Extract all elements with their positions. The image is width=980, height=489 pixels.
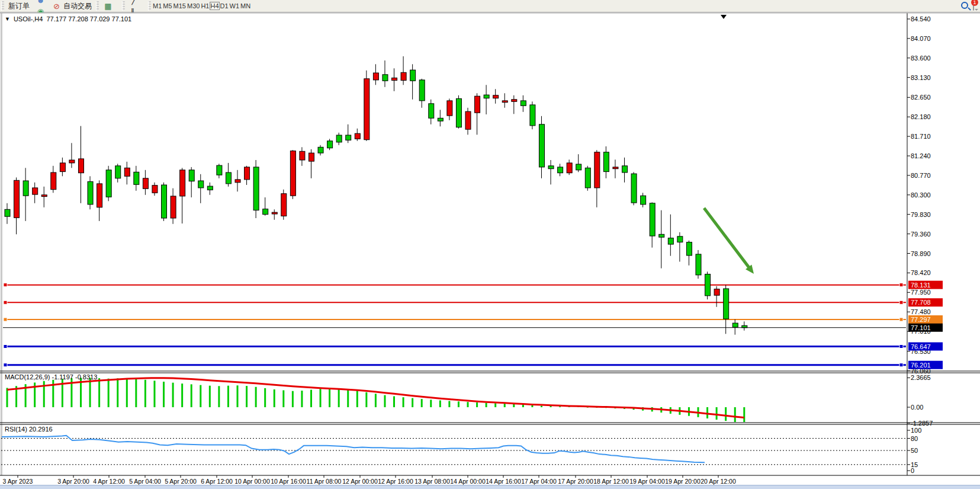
new-order-button[interactable]: 新订单 — [5, 1, 33, 12]
svg-text:11 Apr 08:00: 11 Apr 08:00 — [307, 478, 342, 485]
candle-body — [558, 167, 563, 173]
svg-text:3 Apr 2023: 3 Apr 2023 — [3, 478, 33, 485]
candle-body — [23, 181, 28, 196]
chat-icon[interactable]: 1 — [973, 2, 974, 10]
candle-body — [631, 174, 637, 203]
candle-body — [253, 167, 259, 210]
candle-body — [198, 181, 204, 188]
main-toolbar: 新订单 ◆☻◉⊘ ⊘ 自动交易 ‖▮∿⊕⊖▦⇥↦⊞▾◷▾▤▾ ↖+│─╱∥E⋯F… — [0, 0, 980, 12]
candle-body — [520, 101, 526, 106]
timeframe-h4[interactable]: H4 — [210, 2, 219, 10]
svg-text:80.300: 80.300 — [911, 191, 931, 199]
svg-text:17 Apr 04:00: 17 Apr 04:00 — [521, 478, 557, 485]
svg-text:77.480: 77.480 — [911, 308, 931, 315]
candle-body — [263, 209, 268, 215]
chevron-down-icon[interactable]: ▼ — [5, 16, 10, 22]
chat-badge: 1 — [971, 0, 978, 6]
candle-body — [78, 159, 83, 173]
timeframe-m1[interactable]: M1 — [152, 2, 162, 10]
svg-text:18 Apr 12:00: 18 Apr 12:00 — [593, 478, 629, 485]
candle-body — [595, 152, 600, 188]
candle-body — [714, 289, 719, 296]
profile-icon[interactable]: ☻ — [33, 0, 49, 6]
candle-body — [309, 153, 314, 161]
hline-handle[interactable] — [899, 363, 903, 367]
hline-handle[interactable] — [899, 318, 903, 321]
candle-body — [465, 111, 471, 129]
svg-text:77.101: 77.101 — [911, 324, 931, 331]
svg-text:80: 80 — [911, 435, 918, 442]
window-bottom-strip — [0, 485, 980, 489]
candle-body — [355, 133, 360, 139]
svg-text:82.180: 82.180 — [911, 113, 931, 120]
toolbar-grip — [122, 1, 125, 11]
candle-body — [724, 289, 729, 319]
toolbar-grip — [1, 1, 4, 11]
timeframe-m15[interactable]: M15 — [173, 2, 187, 10]
candle-body — [373, 73, 378, 80]
candle-body — [576, 164, 581, 170]
hline-handle[interactable] — [4, 345, 7, 349]
candle-body — [585, 168, 590, 188]
candle-body — [290, 151, 295, 196]
candle-body — [677, 236, 683, 242]
svg-text:2.3665: 2.3665 — [911, 374, 931, 381]
chart-canvas[interactable]: 84.54084.07083.60083.13082.65082.18081.7… — [0, 12, 980, 489]
candle-body — [171, 196, 176, 218]
candle-body — [207, 186, 213, 190]
svg-text:78.420: 78.420 — [911, 269, 931, 276]
tile-windows-icon[interactable]: ▦ — [100, 1, 121, 12]
candle-body — [51, 172, 56, 190]
candle-body — [162, 185, 167, 218]
candle-body — [530, 105, 535, 126]
svg-text:78.131: 78.131 — [911, 282, 931, 289]
svg-text:-1.2857: -1.2857 — [911, 420, 933, 427]
auto-trading-button[interactable]: ⊘ 自动交易 — [49, 1, 95, 12]
svg-text:3 Apr 20:00: 3 Apr 20:00 — [57, 478, 89, 485]
candle-body — [539, 124, 544, 167]
hline-handle[interactable] — [4, 363, 7, 367]
svg-text:79.360: 79.360 — [911, 231, 931, 238]
timeframe-d1[interactable]: D1 — [220, 2, 229, 10]
symbol-header: ▼ USOil-,H4 77.177 77.208 77.029 77.101 — [5, 15, 131, 23]
svg-text:78.890: 78.890 — [911, 250, 931, 257]
candle-body — [97, 184, 102, 207]
candle-body — [88, 181, 93, 204]
hline-handle[interactable] — [4, 318, 7, 321]
hline-handle[interactable] — [899, 345, 903, 349]
candle-body — [5, 209, 10, 216]
svg-text:12 Apr 16:00: 12 Apr 16:00 — [378, 478, 413, 485]
chart-window[interactable]: 84.54084.07083.60083.13082.65082.18081.7… — [0, 12, 980, 484]
candle-body — [226, 172, 231, 184]
timeframe-h1[interactable]: H1 — [200, 2, 210, 10]
hline-handle[interactable] — [4, 283, 7, 287]
candle-body — [60, 163, 65, 172]
timeframe-mn[interactable]: MN — [240, 2, 251, 10]
svg-text:79.830: 79.830 — [911, 211, 931, 218]
candle-body — [346, 135, 351, 140]
timeframe-m5[interactable]: M5 — [162, 2, 172, 10]
svg-text:83.600: 83.600 — [911, 55, 931, 62]
svg-text:10 Apr 00:00: 10 Apr 00:00 — [234, 478, 270, 485]
svg-text:20 Apr 12:00: 20 Apr 12:00 — [701, 478, 736, 485]
trendline-icon[interactable]: ╱ — [126, 0, 147, 6]
search-icon[interactable] — [961, 2, 968, 11]
hline-handle[interactable] — [4, 301, 7, 304]
timeframe-m30[interactable]: M30 — [187, 2, 200, 10]
candle-body — [419, 80, 425, 101]
candle-body — [429, 104, 434, 119]
svg-text:76.201: 76.201 — [911, 362, 931, 369]
candle-body — [512, 100, 517, 102]
svg-text:100: 100 — [911, 427, 921, 434]
hline-handle[interactable] — [899, 301, 903, 304]
svg-text:77.950: 77.950 — [911, 289, 931, 296]
candle-body — [124, 168, 130, 176]
hline-handle[interactable] — [899, 283, 903, 287]
candle-body — [641, 196, 646, 204]
candle-body — [318, 147, 323, 153]
svg-text:84.070: 84.070 — [911, 35, 931, 42]
timeframe-w1[interactable]: W1 — [229, 2, 240, 10]
svg-text:50: 50 — [911, 447, 918, 454]
candle-body — [245, 167, 250, 180]
candle-body — [567, 163, 572, 173]
